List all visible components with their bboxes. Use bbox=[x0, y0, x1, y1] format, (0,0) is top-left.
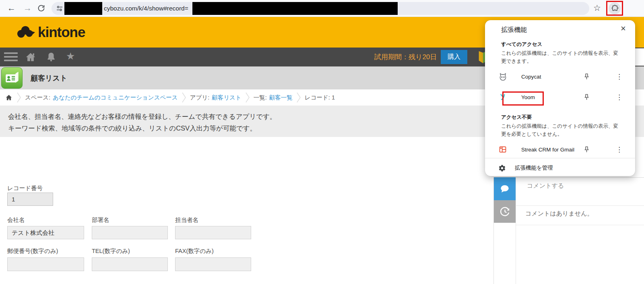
screenshot-root: { "glyphs": { "back": "←", "forward": "→… bbox=[0, 0, 644, 284]
manage-extensions-button[interactable]: 拡張機能を管理 bbox=[498, 162, 627, 174]
breadcrumb-space-link[interactable]: あなたのチームのコミュニケーションスペース bbox=[53, 94, 178, 102]
browser-toolbar: ← → cybozu.com/k/4/show#record= ☆ bbox=[0, 0, 644, 17]
full-access-description: これらの拡張機能は、このサイトの情報を表示、変更できます。 bbox=[501, 49, 623, 65]
extension-name: Copycat bbox=[521, 74, 541, 80]
kintone-logo[interactable]: kintone bbox=[16, 24, 85, 40]
history-clock-icon bbox=[500, 206, 510, 217]
breadcrumb-separator bbox=[297, 92, 301, 103]
purchase-button[interactable]: 購入 bbox=[441, 50, 467, 64]
extensions-highlight-box bbox=[606, 1, 623, 16]
comments-tab[interactable] bbox=[494, 177, 516, 200]
kintone-logo-text: kintone bbox=[38, 24, 85, 40]
person-label: 担当者名 bbox=[175, 216, 198, 224]
tel-field bbox=[92, 257, 168, 271]
fax-field bbox=[175, 257, 251, 271]
comment-input-placeholder[interactable]: コメントする bbox=[527, 182, 564, 190]
url-text: cybozu.com/k/4/show#record= bbox=[104, 2, 188, 15]
company-label: 会社名 bbox=[7, 216, 25, 224]
breadcrumb-list-link[interactable]: 顧客一覧 bbox=[269, 94, 293, 102]
popup-divider bbox=[485, 158, 635, 158]
forward-icon[interactable]: → bbox=[23, 4, 32, 12]
extensions-popup: 拡張機能 × すべてのアクセス これらの拡張機能は、このサイトの情報を表示、変更… bbox=[485, 20, 635, 176]
bookmark-star-icon[interactable]: ☆ bbox=[593, 3, 601, 13]
breadcrumb-space-label: スペース: bbox=[25, 94, 50, 102]
hamburger-menu-icon[interactable] bbox=[4, 52, 18, 63]
no-access-heading: アクセス不要 bbox=[501, 114, 532, 121]
pin-icon[interactable] bbox=[583, 146, 590, 153]
record-number-field: 1 bbox=[7, 193, 53, 206]
breadcrumb-app-link[interactable]: 顧客リスト bbox=[212, 94, 242, 102]
app-title: 顧客リスト bbox=[31, 73, 67, 83]
tel-label: TEL(数字のみ) bbox=[92, 247, 130, 255]
header-search-box-sliver[interactable] bbox=[635, 48, 644, 66]
url-redaction-box-1 bbox=[64, 2, 102, 15]
comment-divider bbox=[516, 225, 644, 225]
copycat-icon bbox=[498, 73, 507, 81]
comment-divider bbox=[516, 205, 644, 206]
customer-list-app-icon[interactable] bbox=[1, 67, 23, 89]
favorites-star-icon[interactable]: ★ bbox=[66, 50, 75, 62]
kebab-menu-icon[interactable]: ⋮ bbox=[616, 145, 623, 154]
puzzle-icon bbox=[611, 4, 619, 12]
zip-label: 郵便番号(数字のみ) bbox=[7, 247, 58, 255]
breadcrumb-app-label: アプリ: bbox=[190, 94, 210, 102]
person-field bbox=[175, 226, 251, 239]
extensions-popup-title: 拡張機能 bbox=[501, 26, 527, 34]
breadcrumb-home-icon[interactable] bbox=[5, 94, 13, 102]
breadcrumb-record-label: レコード: 1 bbox=[305, 94, 335, 102]
department-label: 部署名 bbox=[92, 216, 109, 224]
url-redaction-box-2 bbox=[192, 2, 398, 15]
manage-extensions-label: 拡張機能を管理 bbox=[515, 164, 553, 172]
extension-name: Streak CRM for Gmail bbox=[521, 147, 574, 153]
breadcrumb-separator bbox=[17, 92, 21, 103]
history-tab[interactable] bbox=[494, 200, 516, 223]
fax-label: FAX(数字のみ) bbox=[175, 247, 214, 255]
record-number-label: レコード番号 bbox=[7, 184, 43, 192]
zip-field bbox=[7, 257, 84, 271]
extension-row-streak[interactable]: Streak CRM for Gmail ⋮ bbox=[498, 142, 627, 157]
pin-icon[interactable] bbox=[583, 73, 590, 81]
breadcrumb-list-label: 一覧: bbox=[254, 94, 267, 102]
no-access-description: これらの拡張機能は、このサイトの情報の表示、変更を必要としていません。 bbox=[501, 122, 623, 138]
extensions-button[interactable] bbox=[609, 2, 621, 15]
close-icon[interactable]: × bbox=[621, 23, 626, 34]
trial-period-text: 試用期間：残り20日 bbox=[374, 52, 437, 62]
reload-icon[interactable] bbox=[37, 4, 45, 14]
pin-icon[interactable] bbox=[583, 93, 590, 101]
company-field: テスト株式会社 bbox=[7, 226, 84, 239]
department-field bbox=[92, 226, 168, 239]
kebab-menu-icon[interactable]: ⋮ bbox=[616, 93, 623, 102]
breadcrumb-separator bbox=[182, 92, 186, 103]
comment-panel bbox=[516, 178, 644, 284]
yoom-highlight-box bbox=[502, 91, 544, 106]
contact-card-icon bbox=[4, 70, 21, 87]
kintone-cloud-icon bbox=[16, 25, 35, 40]
comment-empty-message: コメントはありません。 bbox=[525, 210, 593, 218]
notification-bell-icon[interactable] bbox=[46, 52, 56, 64]
gear-icon bbox=[498, 164, 506, 172]
streak-icon bbox=[498, 145, 507, 153]
kebab-menu-icon[interactable]: ⋮ bbox=[616, 73, 623, 81]
back-icon[interactable]: ← bbox=[7, 4, 16, 12]
site-settings-icon[interactable] bbox=[56, 5, 63, 13]
speech-bubble-icon bbox=[499, 184, 510, 194]
full-access-heading: すべてのアクセス bbox=[501, 41, 542, 48]
extension-row-copycat[interactable]: Copycat ⋮ bbox=[498, 69, 627, 84]
url-bar[interactable]: cybozu.com/k/4/show#record= bbox=[52, 2, 589, 15]
home-icon[interactable] bbox=[25, 52, 36, 64]
breadcrumb-separator bbox=[246, 92, 250, 103]
